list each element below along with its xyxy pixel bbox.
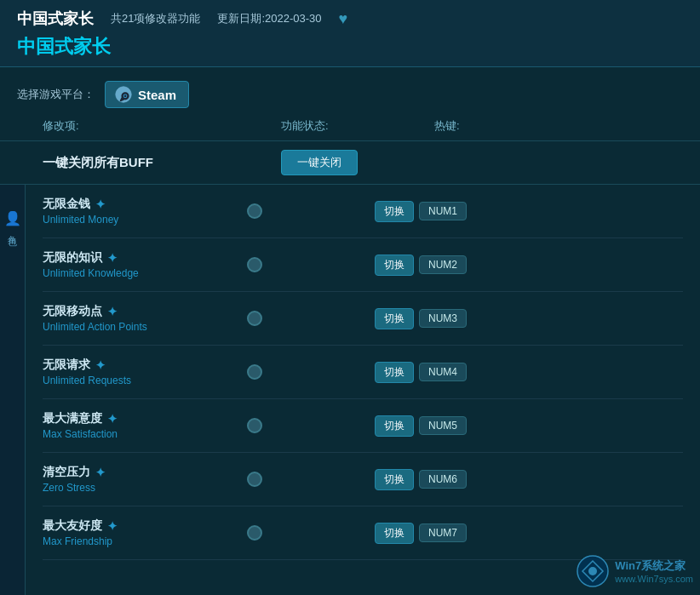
toggle-circle[interactable] — [247, 418, 262, 433]
col-hotkey-header: 热键: — [434, 118, 605, 134]
mod-name-en: Unlimited Knowledge — [43, 267, 238, 279]
mod-name-zh: 无限移动点 ✦ — [43, 304, 238, 319]
hotkey-switch-button[interactable]: 切换 — [375, 201, 414, 222]
hotkey-col: 切换 NUM3 — [375, 308, 467, 329]
mod-name-col: 无限请求 ✦ Unlimited Requests — [43, 358, 238, 386]
mod-row: 无限请求 ✦ Unlimited Requests 切换 NUM4 — [43, 346, 683, 399]
toggle-circle-col — [238, 525, 375, 541]
toggle-circle-col — [238, 364, 375, 380]
hotkey-key: NUM3 — [419, 309, 467, 328]
hotkey-switch-button[interactable]: 切换 — [375, 415, 414, 437]
star-icon: ✦ — [95, 197, 106, 211]
col-mod-header: 修改项: — [43, 118, 281, 134]
hotkey-key: NUM6 — [419, 470, 467, 489]
onekey-row: 一键关闭所有BUFF 一键关闭 — [0, 141, 700, 185]
hotkey-key: NUM5 — [419, 416, 467, 435]
onekey-button[interactable]: 一键关闭 — [281, 150, 358, 175]
toggle-circle-col — [238, 418, 375, 433]
hotkey-switch-button[interactable]: 切换 — [375, 255, 414, 276]
feature-count: 共21项修改器功能 — [111, 11, 200, 26]
mod-name-col: 无限移动点 ✦ Unlimited Action Points — [43, 304, 238, 333]
platform-row: 选择游戏平台： Steam — [17, 81, 683, 108]
mod-name-zh: 清空压力 ✦ — [43, 465, 238, 480]
steam-platform-button[interactable]: Steam — [105, 81, 189, 108]
star-icon: ✦ — [107, 412, 118, 426]
sidebar-icon-group: 👤 角色 — [4, 210, 21, 232]
toggle-circle[interactable] — [247, 311, 262, 326]
mod-name-zh: 无限的知识 ✦ — [43, 250, 238, 266]
watermark-text: Win7系统之家 — [615, 558, 693, 574]
mod-name-en: Max Friendship — [43, 535, 238, 547]
mod-name-en: Unlimited Money — [43, 214, 238, 226]
star-icon: ✦ — [95, 466, 106, 479]
hotkey-switch-button[interactable]: 切换 — [375, 362, 414, 383]
hotkey-key: NUM4 — [419, 363, 467, 381]
hotkey-col: 切换 NUM5 — [375, 415, 467, 437]
steam-label: Steam — [138, 88, 176, 102]
star-icon: ✦ — [107, 305, 118, 318]
steam-logo-icon — [114, 85, 133, 104]
col-status-header: 功能状态: — [281, 118, 434, 134]
platform-label: 选择游戏平台： — [17, 87, 95, 102]
top-header: 中国式家长 共21项修改器功能 更新日期:2022-03-30 ♥ 中国式家长 — [0, 0, 700, 67]
hotkey-col: 切换 NUM1 — [375, 201, 467, 222]
onekey-name: 一键关闭所有BUFF — [43, 155, 281, 171]
mod-row: 最大满意度 ✦ Max Satisfaction 切换 NUM5 — [43, 399, 683, 453]
heart-icon[interactable]: ♥ — [339, 10, 348, 28]
mod-name-en: Unlimited Requests — [43, 375, 238, 386]
toggle-circle[interactable] — [247, 203, 262, 219]
sidebar: 👤 角色 — [0, 185, 26, 595]
mod-name-zh: 无限金钱 ✦ — [43, 197, 238, 212]
game-title-main: 中国式家长 — [17, 34, 683, 60]
hotkey-switch-button[interactable]: 切换 — [375, 523, 414, 544]
hotkey-col: 切换 NUM7 — [375, 523, 467, 544]
game-title-top: 中国式家长 — [17, 9, 94, 29]
toggle-circle[interactable] — [247, 364, 262, 380]
toggle-circle-col — [238, 472, 375, 487]
mod-name-zh: 最大友好度 ✦ — [43, 518, 238, 534]
mod-name-en: Unlimited Action Points — [43, 321, 238, 333]
svg-point-5 — [588, 567, 597, 575]
content-area: 👤 角色 无限金钱 ✦ Unlimited Money 切换 NUM1 — [0, 185, 700, 595]
mod-list: 无限金钱 ✦ Unlimited Money 切换 NUM1 无限的知识 ✦ U… — [26, 185, 700, 595]
hotkey-col: 切换 NUM4 — [375, 362, 467, 383]
star-icon: ✦ — [107, 519, 118, 533]
sidebar-character-label: 角色 — [6, 228, 19, 232]
mod-row: 最大友好度 ✦ Max Friendship 切换 NUM7 — [43, 506, 683, 560]
svg-point-3 — [124, 94, 127, 97]
hotkey-switch-button[interactable]: 切换 — [375, 308, 414, 329]
watermark-sub: www.Win7sys.com — [615, 574, 693, 584]
toggle-circle[interactable] — [247, 257, 262, 272]
character-icon: 👤 — [4, 210, 21, 226]
mod-name-col: 清空压力 ✦ Zero Stress — [43, 465, 238, 494]
hotkey-key: NUM2 — [419, 255, 467, 274]
column-headers: 修改项: 功能状态: 热键: — [0, 108, 700, 141]
toggle-circle-col — [238, 257, 375, 272]
star-icon: ✦ — [95, 358, 106, 372]
mod-name-en: Max Satisfaction — [43, 428, 238, 440]
mod-name-zh: 无限请求 ✦ — [43, 358, 238, 373]
mod-name-col: 最大满意度 ✦ Max Satisfaction — [43, 411, 238, 440]
update-date: 更新日期:2022-03-30 — [217, 11, 321, 26]
watermark: Win7系统之家 www.Win7sys.com — [576, 554, 693, 588]
mod-row: 无限的知识 ✦ Unlimited Knowledge 切换 NUM2 — [43, 238, 683, 292]
mod-row: 清空压力 ✦ Zero Stress 切换 NUM6 — [43, 453, 683, 506]
toggle-circle[interactable] — [247, 472, 262, 487]
hotkey-key: NUM7 — [419, 523, 467, 542]
mod-row: 无限金钱 ✦ Unlimited Money 切换 NUM1 — [43, 185, 683, 238]
star-icon: ✦ — [107, 251, 118, 265]
mod-name-col: 无限的知识 ✦ Unlimited Knowledge — [43, 250, 238, 279]
mod-name-en: Zero Stress — [43, 482, 238, 494]
hotkey-key: NUM1 — [419, 202, 467, 220]
mod-name-zh: 最大满意度 ✦ — [43, 411, 238, 426]
toggle-circle[interactable] — [247, 525, 262, 541]
toggle-circle-col — [238, 311, 375, 326]
hotkey-col: 切换 NUM6 — [375, 469, 467, 490]
hotkey-switch-button[interactable]: 切换 — [375, 469, 414, 490]
hotkey-col: 切换 NUM2 — [375, 255, 467, 276]
toggle-circle-col — [238, 203, 375, 219]
mod-row: 无限移动点 ✦ Unlimited Action Points 切换 NUM3 — [43, 292, 683, 346]
mod-name-col: 最大友好度 ✦ Max Friendship — [43, 518, 238, 547]
watermark-logo-icon — [576, 554, 610, 588]
mod-name-col: 无限金钱 ✦ Unlimited Money — [43, 197, 238, 226]
